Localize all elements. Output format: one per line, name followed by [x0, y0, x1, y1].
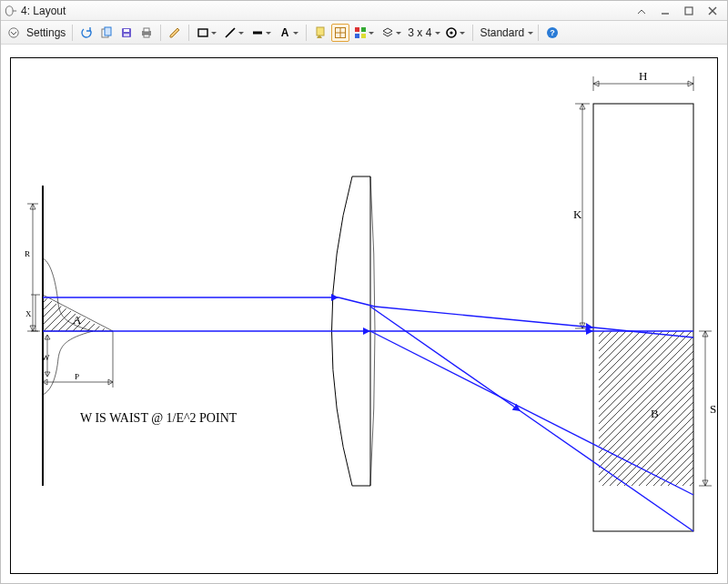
separator [160, 25, 161, 41]
pencil-tool-button[interactable] [166, 24, 184, 42]
refresh-button[interactable] [77, 24, 96, 42]
save-button[interactable] [117, 24, 136, 42]
dim-h-label: H [639, 69, 647, 83]
line-tool-button[interactable] [221, 24, 247, 42]
svg-rect-8 [105, 27, 111, 35]
settings-label[interactable]: Settings [25, 26, 67, 39]
line-weight-button[interactable] [248, 24, 274, 42]
color-palette-button[interactable] [351, 24, 377, 42]
area-b-label: B [651, 407, 659, 420]
chevron-down-icon [435, 32, 440, 37]
copy-button[interactable] [97, 24, 116, 42]
svg-rect-11 [124, 34, 129, 36]
separator [538, 25, 539, 41]
dim-s-label: S [710, 402, 716, 416]
svg-point-6 [9, 27, 18, 36]
svg-rect-13 [144, 28, 149, 32]
grid-snap-button[interactable] [331, 24, 349, 42]
minimize-button[interactable] [654, 4, 676, 18]
app-icon [5, 5, 17, 17]
highlight-button[interactable] [311, 24, 329, 42]
dim-x-label: X [25, 309, 32, 318]
separator [188, 25, 189, 41]
titlebar: 4: Layout [1, 1, 727, 21]
close-button[interactable] [702, 4, 723, 18]
chevron-down-icon [528, 32, 533, 37]
layout-window: 4: Layout Settings [0, 0, 728, 584]
svg-rect-10 [124, 29, 129, 32]
svg-rect-15 [198, 29, 207, 36]
dim-p-label: P [75, 372, 79, 381]
svg-rect-14 [144, 35, 149, 37]
svg-rect-23 [355, 27, 359, 32]
print-button[interactable] [137, 24, 156, 42]
expand-toggle-button[interactable] [5, 24, 23, 42]
dim-w-label: W [42, 353, 50, 362]
svg-line-35 [339, 297, 375, 307]
dim-r-label: R [25, 249, 30, 258]
svg-text:?: ? [550, 28, 555, 37]
separator [472, 25, 473, 41]
window-title: 4: Layout [21, 5, 631, 17]
svg-point-28 [450, 31, 453, 34]
svg-rect-25 [355, 34, 359, 38]
maximize-button[interactable] [678, 4, 700, 18]
style-dropdown[interactable]: Standard [478, 26, 535, 39]
toolbar: Settings A [1, 21, 727, 45]
svg-point-0 [5, 5, 13, 15]
svg-rect-19 [317, 27, 324, 35]
svg-rect-24 [361, 27, 366, 32]
svg-rect-26 [361, 34, 366, 38]
separator [306, 25, 307, 41]
help-button[interactable]: ? [543, 24, 561, 42]
area-a-label: A [73, 313, 82, 327]
svg-text:A: A [281, 26, 289, 39]
separator [72, 25, 73, 41]
caption-text: W IS WAIST @ 1/E^2 POINT [80, 411, 238, 425]
target-button[interactable] [442, 24, 468, 42]
drawing-frame: H K S B A [10, 57, 718, 574]
text-tool-button[interactable]: A [276, 24, 301, 42]
svg-line-36 [375, 307, 593, 327]
restore-down-button[interactable] [631, 4, 652, 18]
window-controls [631, 4, 723, 18]
svg-rect-3 [685, 7, 693, 15]
rectangle-tool-button[interactable] [194, 24, 219, 42]
drawing-canvas[interactable]: H K S B A [1, 45, 727, 583]
layers-button[interactable] [379, 24, 404, 42]
dim-k-label: K [573, 207, 582, 221]
svg-line-16 [226, 28, 235, 37]
